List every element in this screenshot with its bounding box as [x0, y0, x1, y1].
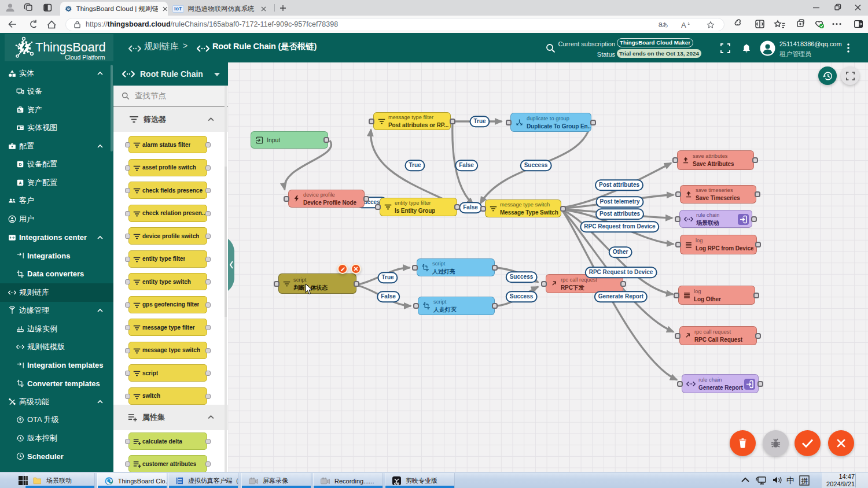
svg-text:A: A	[681, 21, 686, 29]
svg-text:A: A	[19, 180, 21, 184]
svg-text:拼: 拼	[801, 477, 808, 485]
svg-text:中: 中	[786, 476, 795, 485]
svg-text:D: D	[19, 162, 21, 167]
